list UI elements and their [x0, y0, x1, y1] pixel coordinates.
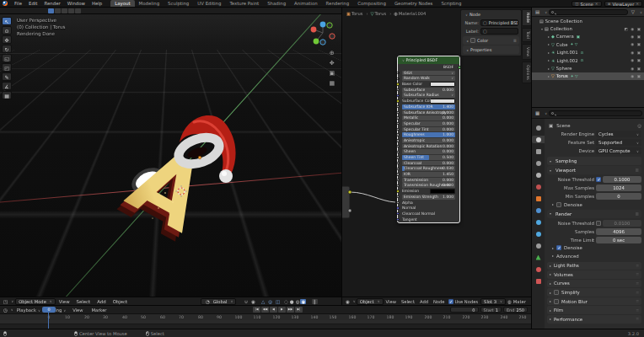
- visibility-icons[interactable]: ◩ ◉ ▣: [624, 27, 641, 31]
- menu-item[interactable]: Edit: [25, 1, 40, 6]
- tool-button[interactable]: ✥: [2, 35, 12, 44]
- node-input-row[interactable]: Specular Tint 0.000 ∨: [402, 127, 455, 132]
- viewport-3d[interactable]: A A A User Perspe: [0, 14, 341, 297]
- min-samples-field[interactable]: 0: [596, 193, 641, 200]
- color-section[interactable]: ▸Color≣: [463, 36, 519, 45]
- workspace-tab[interactable]: Shading: [263, 0, 290, 8]
- workspace-tab[interactable]: UV Editing: [193, 0, 225, 8]
- input-socket[interactable]: [396, 94, 399, 97]
- menu-item[interactable]: Render: [40, 1, 63, 6]
- editor-type-icon[interactable]: ◳: [2, 299, 9, 304]
- snap-icon[interactable]: ∪: [243, 299, 250, 304]
- device-dropdown[interactable]: GPU Compute∨: [596, 147, 641, 154]
- input-socket[interactable]: [396, 218, 399, 221]
- nav-icon[interactable]: ▦: [329, 80, 335, 87]
- visibility-icons[interactable]: ◉ ▣: [631, 58, 641, 62]
- properties-tab[interactable]: [532, 183, 545, 190]
- overlay-icon[interactable]: ◎: [266, 299, 274, 304]
- collapsed-panel[interactable]: ▸ Light Paths: [547, 262, 641, 270]
- mode-dropdown[interactable]: Object Mode∨: [15, 298, 56, 305]
- properties-tab[interactable]: [532, 195, 545, 202]
- panel-checkbox[interactable]: [554, 299, 559, 304]
- visibility-icons[interactable]: ◉ ▣: [631, 74, 641, 78]
- editor-type-icon[interactable]: ◉: [344, 299, 352, 304]
- timeline-menu-item[interactable]: Marker: [89, 308, 112, 313]
- alpha-output-socket[interactable]: [348, 209, 352, 212]
- workspace-tab[interactable]: Modeling: [135, 0, 164, 8]
- outliner-row[interactable]: ▤ Scene Collection: [532, 17, 644, 24]
- playback-button[interactable]: ◀◀: [261, 307, 269, 313]
- collapsed-panel[interactable]: ▸ Motion Blur: [547, 297, 641, 306]
- node-input-row[interactable]: Sheen 0.000 ∨: [402, 149, 455, 154]
- x-axis-ball[interactable]: [311, 27, 317, 33]
- orientation-dropdown[interactable]: ◔Global∨: [201, 298, 236, 305]
- viewport-menu-item[interactable]: Object: [110, 299, 131, 304]
- node-input-row[interactable]: Specular 0.000 ∨: [402, 121, 455, 126]
- color-output-socket[interactable]: [348, 190, 352, 194]
- shader-menu-item[interactable]: Select: [399, 299, 417, 304]
- node-input-row[interactable]: Subsurface Radius ∨: [402, 93, 455, 98]
- menu-item[interactable]: Help: [89, 1, 105, 6]
- visibility-icons[interactable]: ◉ ▣: [631, 42, 641, 46]
- node-input-row[interactable]: Metallic 0.000 ∨: [402, 115, 455, 120]
- use-nodes-checkbox[interactable]: [448, 299, 453, 304]
- feature-set-dropdown[interactable]: Supported∨: [596, 139, 641, 146]
- color-swatch[interactable]: [430, 82, 455, 87]
- input-socket[interactable]: [396, 179, 399, 181]
- y-axis-ball[interactable]: [314, 39, 319, 45]
- outliner-row[interactable]: ▸ ☀ Light.002 ⊙ ◉ ▣: [532, 56, 644, 64]
- node-input-row[interactable]: Clearcoat Normal ∨: [402, 211, 455, 217]
- shader-editor[interactable]: ▣Torus▽Torus◍Material.004 ∨ Principled B…: [341, 8, 531, 297]
- node-header[interactable]: ∨ Principled BSDF: [398, 56, 459, 64]
- sampling-panel-header[interactable]: ▾Sampling: [547, 157, 641, 165]
- node-input-row[interactable]: Clearcoat Roughness 0.030 ∨: [402, 166, 455, 171]
- tool-button[interactable]: ∡: [2, 82, 12, 90]
- advanced-toggle[interactable]: ▸Advanced: [547, 252, 641, 260]
- node-section-header[interactable]: ∨Node: [461, 10, 521, 19]
- input-socket[interactable]: [396, 78, 399, 80]
- editor-type-icon[interactable]: ▦: [534, 110, 541, 115]
- tool-button[interactable]: ◱: [2, 54, 12, 62]
- overlay-icon[interactable]: △: [260, 299, 266, 304]
- node-input-row[interactable]: Anisotropic Rotation 0.000 ∨: [402, 144, 455, 149]
- filter-icon[interactable]: ▽: [630, 9, 636, 14]
- viewport-menu-item[interactable]: View: [56, 299, 73, 304]
- navigation-gizmo[interactable]: [309, 19, 336, 46]
- tool-button[interactable]: ⊙: [2, 26, 12, 35]
- input-socket[interactable]: [396, 156, 399, 158]
- workspace-tab[interactable]: Animation: [290, 0, 321, 8]
- playback-button[interactable]: ▶|: [295, 307, 303, 313]
- input-socket[interactable]: [396, 88, 399, 91]
- sidebar-tab[interactable]: Node: [522, 9, 531, 26]
- menu-item[interactable]: Window: [64, 1, 89, 6]
- timeline-tracks[interactable]: [0, 320, 531, 329]
- sidebar-tab[interactable]: View: [522, 44, 531, 60]
- sidebar-tab[interactable]: Tool: [522, 28, 531, 42]
- node-input-row[interactable]: Alpha ∨: [402, 201, 455, 206]
- node-input-row[interactable]: Subsurface IOR 1.400 ∨: [402, 104, 455, 110]
- mode-icon[interactable]: [62, 8, 67, 13]
- input-socket[interactable]: [396, 201, 399, 204]
- input-socket[interactable]: [396, 195, 399, 198]
- properties-tab[interactable]: [532, 147, 545, 155]
- input-socket[interactable]: [396, 99, 399, 102]
- mode-icon[interactable]: [75, 8, 81, 13]
- playback-button[interactable]: |◀: [253, 307, 260, 313]
- node-input-row[interactable]: Transmission Roughness 0.000 ∨: [402, 183, 455, 188]
- nav-icon[interactable]: ⊕: [329, 50, 335, 56]
- denoise-checkbox[interactable]: [556, 245, 561, 250]
- render-denoise-toggle[interactable]: ▸Denoise: [547, 244, 641, 253]
- noise-threshold-checkbox[interactable]: [596, 177, 601, 182]
- input-socket[interactable]: [396, 185, 399, 187]
- input-socket[interactable]: [396, 133, 399, 136]
- input-socket[interactable]: [396, 145, 399, 147]
- input-socket[interactable]: [396, 190, 399, 192]
- panel-checkbox[interactable]: [554, 290, 559, 295]
- collapsed-panel[interactable]: ▸ Volumes: [547, 270, 641, 279]
- slot-dropdown[interactable]: Slot 3∨: [480, 298, 506, 305]
- breadcrumb-item[interactable]: ▽Torus: [365, 11, 387, 16]
- mode-icon[interactable]: [55, 8, 61, 13]
- menu-item[interactable]: File: [11, 1, 25, 6]
- properties-section[interactable]: ▸Properties: [463, 45, 519, 54]
- input-socket[interactable]: [396, 122, 399, 125]
